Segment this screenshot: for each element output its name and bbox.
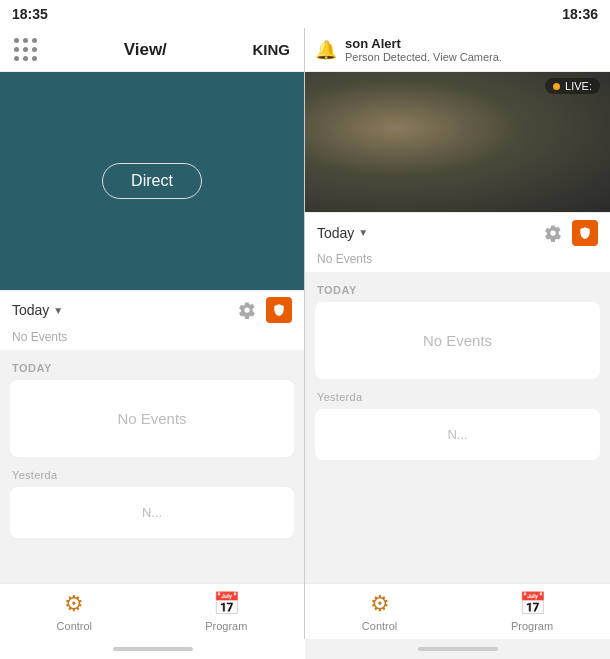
notif-subtitle: Person Detected. View Camera. <box>345 51 600 63</box>
home-indicator-left <box>0 639 305 659</box>
no-events-card-right: No Events <box>315 302 600 379</box>
gear-icon-left[interactable] <box>238 301 256 319</box>
left-header: View/ KING <box>0 28 304 72</box>
shield-icon-right <box>578 226 592 240</box>
program-label-right: Program <box>511 620 553 632</box>
direct-button[interactable]: Direct <box>102 163 202 199</box>
live-badge: LIVE: <box>545 78 600 94</box>
home-indicator-right <box>305 639 610 659</box>
today-section-left: TODAY <box>0 358 304 380</box>
camera-view-right: LIVE: <box>305 72 610 212</box>
bottom-nav-right: ⚙ Control 📅 Program <box>305 583 610 639</box>
events-list-left: TODAY No Events Yesterda N... <box>0 350 304 584</box>
split-container: View/ KING Direct Today ▼ <box>0 28 610 639</box>
left-header-right[interactable]: KING <box>253 41 291 58</box>
nav-control-left[interactable]: ⚙ Control <box>57 591 92 632</box>
home-bar-right <box>418 647 498 651</box>
filter-bar-right: Today ▼ <box>305 212 610 252</box>
yesterday-section-right: Yesterda <box>305 387 610 409</box>
live-label: LIVE: <box>565 80 592 92</box>
control-icon-right: ⚙ <box>370 591 390 617</box>
no-events-small-right: No Events <box>305 252 610 272</box>
right-panel: 🔔 son Alert Person Detected. View Camera… <box>305 28 610 639</box>
no-events-card-left: No Events <box>10 380 294 457</box>
yesterday-card-left: N... <box>10 487 294 538</box>
shield-badge-right[interactable] <box>572 220 598 246</box>
shield-badge-left[interactable] <box>266 297 292 323</box>
notification-bar[interactable]: 🔔 son Alert Person Detected. View Camera… <box>305 28 610 72</box>
live-dot-icon <box>553 83 560 90</box>
program-icon-right: 📅 <box>519 591 546 617</box>
left-title: View/ <box>124 40 167 60</box>
left-panel: View/ KING Direct Today ▼ <box>0 28 305 639</box>
today-label-left: Today <box>12 302 49 318</box>
yesterday-section-left: Yesterda <box>0 465 304 487</box>
camera-overlay: LIVE: <box>305 72 610 212</box>
filter-today-right[interactable]: Today ▼ <box>317 225 368 241</box>
time-right: 18:36 <box>562 6 598 22</box>
filter-icons-right <box>544 220 598 246</box>
control-icon-left: ⚙ <box>64 591 84 617</box>
no-events-small-left: No Events <box>0 330 304 350</box>
gear-icon-right[interactable] <box>544 224 562 242</box>
program-label-left: Program <box>205 620 247 632</box>
filter-today-left[interactable]: Today ▼ <box>12 302 63 318</box>
filter-icons-left <box>238 297 292 323</box>
bell-icon: 🔔 <box>315 39 337 61</box>
chevron-down-icon-right: ▼ <box>358 227 368 238</box>
bottom-nav-left: ⚙ Control 📅 Program <box>0 583 304 639</box>
status-bar: 18:35 18:36 <box>0 0 610 28</box>
status-right: 18:36 <box>562 6 598 22</box>
status-left: 18:35 <box>12 6 48 22</box>
yesterday-card-right: N... <box>315 409 600 460</box>
today-label-right: Today <box>317 225 354 241</box>
control-label-left: Control <box>57 620 92 632</box>
filter-bar-left: Today ▼ <box>0 290 304 330</box>
nav-control-right[interactable]: ⚙ Control <box>362 591 397 632</box>
notif-title: son Alert <box>345 36 600 51</box>
shield-icon-left <box>272 303 286 317</box>
nav-program-left[interactable]: 📅 Program <box>205 591 247 632</box>
program-icon-left: 📅 <box>213 591 240 617</box>
control-label-right: Control <box>362 620 397 632</box>
home-indicator-bar <box>0 639 610 659</box>
notification-text: son Alert Person Detected. View Camera. <box>345 36 600 63</box>
time-left: 18:35 <box>12 6 48 22</box>
home-bar-left <box>113 647 193 651</box>
chevron-down-icon-left: ▼ <box>53 305 63 316</box>
grid-icon[interactable] <box>14 38 38 62</box>
events-list-right: TODAY No Events Yesterda N... <box>305 272 610 583</box>
today-section-right: TODAY <box>305 280 610 302</box>
nav-program-right[interactable]: 📅 Program <box>511 591 553 632</box>
camera-view-left: Direct <box>0 72 304 290</box>
